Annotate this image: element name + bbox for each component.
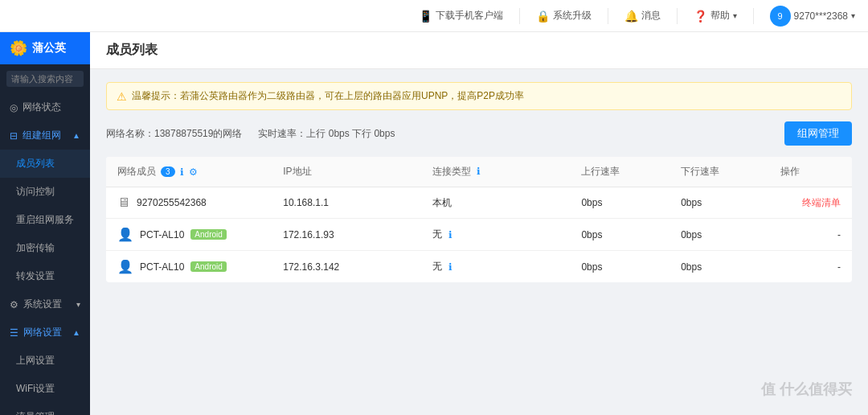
user-menu[interactable]: 9 9270***2368 ▾ xyxy=(770,6,855,27)
download-icon: 📱 xyxy=(419,10,432,23)
conn-value: 无 xyxy=(432,260,442,273)
sidebar-search-container xyxy=(0,64,90,93)
help-btn[interactable]: ❓ 帮助 ▾ xyxy=(694,9,737,23)
username-label: 9270***2368 xyxy=(794,10,848,22)
sidebar-label-forward-settings: 转发设置 xyxy=(16,269,55,283)
sidebar-group-net-settings[interactable]: ☰ 网络设置 ▲ xyxy=(0,318,90,347)
sidebar-label-sys-settings: 系统设置 xyxy=(23,298,62,311)
network-name-value: 13878875519的网络 xyxy=(154,128,242,139)
td-action: - xyxy=(769,219,852,251)
table-row: 🖥 9270255542368 10.168.1.1 本机 0bps 0bps … xyxy=(106,187,852,219)
conn-info-icon[interactable]: ℹ xyxy=(477,166,481,177)
td-up: 0bps xyxy=(570,251,669,283)
member-count-badge: 3 xyxy=(161,166,175,177)
manage-network-button[interactable]: 组网管理 xyxy=(784,121,852,146)
search-input[interactable] xyxy=(6,71,84,87)
network-name-label: 网络名称： xyxy=(106,128,154,139)
terminal-list-link[interactable]: 终端清单 xyxy=(802,197,841,208)
conn-value: 本机 xyxy=(432,197,452,208)
sidebar-item-encrypt-trans[interactable]: 加密传输 xyxy=(0,234,90,262)
download-client-btn[interactable]: 📱 下载手机客户端 xyxy=(419,9,503,23)
sidebar-group-group-network[interactable]: ⊟ 组建组网 ▲ xyxy=(0,121,90,150)
td-action: 终端清单 xyxy=(769,187,852,219)
group-network-icon: ⊟ xyxy=(10,130,18,142)
conn-row-info-icon[interactable]: ℹ xyxy=(448,261,452,273)
member-filter-icon[interactable]: ⚙ xyxy=(189,166,198,178)
sys-settings-chevron-icon: ▾ xyxy=(76,300,80,309)
warning-banner: ⚠ 温馨提示：若蒲公英路由器作为二级路由器，可在上层的路由器应用UPNP，提高P… xyxy=(106,82,852,110)
user-chevron-icon: ▾ xyxy=(851,11,855,20)
th-conn: 连接类型 ℹ xyxy=(421,157,571,187)
member-name: 9270255542368 xyxy=(137,197,207,208)
sidebar-label-wifi-settings: WiFi设置 xyxy=(16,382,55,396)
sidebar-label-restart-service: 重启组网服务 xyxy=(16,213,74,227)
sidebar-item-network-status[interactable]: ◎ 网络状态 xyxy=(0,93,90,121)
help-label: 帮助 xyxy=(710,9,730,23)
sidebar-item-traffic-mgmt[interactable]: 流量管理 xyxy=(0,403,90,415)
td-down: 0bps xyxy=(669,187,769,219)
sidebar-item-wifi-settings[interactable]: WiFi设置 xyxy=(0,375,90,403)
td-up: 0bps xyxy=(570,219,669,251)
td-up: 0bps xyxy=(570,187,669,219)
sidebar-label-group-network: 组建组网 xyxy=(23,129,61,142)
download-label: 下载手机客户端 xyxy=(436,9,503,23)
th-member: 网络成员 3 ℹ ⚙ xyxy=(106,157,272,187)
net-settings-icon: ☰ xyxy=(10,327,18,339)
td-member: 👤 PCT-AL10 Android xyxy=(106,219,272,251)
speed-info: 实时速率：上行 0bps 下行 0bps xyxy=(258,127,395,141)
th-up: 上行速率 xyxy=(570,157,669,187)
no-action: - xyxy=(837,261,841,273)
sidebar-item-member-list[interactable]: 成员列表 xyxy=(0,150,90,178)
divider-4 xyxy=(753,8,754,24)
chevron-down-icon: ▾ xyxy=(733,11,737,20)
message-btn[interactable]: 🔔 消息 xyxy=(624,9,661,23)
sidebar-item-forward-settings[interactable]: 转发设置 xyxy=(0,262,90,290)
sidebar-item-access-control[interactable]: 访问控制 xyxy=(0,178,90,206)
sidebar-label-network-status: 网络状态 xyxy=(23,101,61,114)
network-info-row: 网络名称：13878875519的网络 实时速率：上行 0bps 下行 0bps… xyxy=(106,121,852,146)
no-action: - xyxy=(837,229,841,240)
td-member: 🖥 9270255542368 xyxy=(106,187,272,219)
sidebar-label-internet-settings: 上网设置 xyxy=(16,354,55,368)
sidebar-label-traffic-mgmt: 流量管理 xyxy=(16,410,55,415)
sidebar-item-internet-settings[interactable]: 上网设置 xyxy=(0,347,90,375)
system-upgrade-btn[interactable]: 🔒 系统升级 xyxy=(536,9,592,23)
sidebar-item-restart-service[interactable]: 重启组网服务 xyxy=(0,206,90,234)
bell-icon: 🔔 xyxy=(624,10,638,23)
divider-1 xyxy=(519,8,520,24)
member-device-icon: 🖥 xyxy=(117,195,130,210)
conn-value: 无 xyxy=(432,228,442,241)
divider-2 xyxy=(608,8,608,24)
sidebar-label-net-settings: 网络设置 xyxy=(23,326,62,339)
conn-row-info-icon[interactable]: ℹ xyxy=(448,229,452,240)
th-action: 操作 xyxy=(769,157,852,187)
td-conn: 无ℹ xyxy=(421,219,571,251)
logo-icon: 🌼 xyxy=(10,39,27,57)
page-body: ⚠ 温馨提示：若蒲公英路由器作为二级路由器，可在上层的路由器应用UPNP，提高P… xyxy=(90,69,868,415)
upgrade-label: 系统升级 xyxy=(553,9,592,23)
sidebar-group-sys-settings[interactable]: ⚙ 系统设置 ▾ xyxy=(0,290,90,318)
network-status-icon: ◎ xyxy=(10,102,18,113)
col-member-label: 网络成员 xyxy=(117,165,156,179)
members-table: 网络成员 3 ℹ ⚙ IP地址 连接类型 ℹ 上行速率 下行速率 xyxy=(106,157,852,282)
sidebar-label-encrypt-trans: 加密传输 xyxy=(16,241,55,255)
network-name-text: 网络名称：13878875519的网络 xyxy=(106,127,242,141)
td-ip: 172.16.1.93 xyxy=(272,219,421,251)
member-info-icon[interactable]: ℹ xyxy=(180,166,184,178)
sidebar-label-member-list: 成员列表 xyxy=(16,157,55,171)
member-device-icon: 👤 xyxy=(117,259,133,274)
th-ip: IP地址 xyxy=(272,157,421,187)
th-down: 下行速率 xyxy=(669,157,769,187)
td-ip: 10.168.1.1 xyxy=(272,187,421,219)
td-member: 👤 PCT-AL10 Android xyxy=(106,251,272,283)
table-row: 👤 PCT-AL10 Android 172.16.3.142 无ℹ 0bps … xyxy=(106,251,852,283)
warning-text: 温馨提示：若蒲公英路由器作为二级路由器，可在上层的路由器应用UPNP，提高P2P… xyxy=(132,89,524,103)
content-area: 成员列表 ⚠ 温馨提示：若蒲公英路由器作为二级路由器，可在上层的路由器应用UPN… xyxy=(90,32,868,415)
table-row: 👤 PCT-AL10 Android 172.16.1.93 无ℹ 0bps 0… xyxy=(106,219,852,251)
td-ip: 172.16.3.142 xyxy=(272,251,421,283)
member-device-icon: 👤 xyxy=(117,227,133,242)
android-badge: Android xyxy=(190,229,226,240)
table-header-row: 网络成员 3 ℹ ⚙ IP地址 连接类型 ℹ 上行速率 下行速率 xyxy=(106,157,852,187)
member-name: PCT-AL10 xyxy=(140,229,184,240)
divider-3 xyxy=(677,8,678,24)
